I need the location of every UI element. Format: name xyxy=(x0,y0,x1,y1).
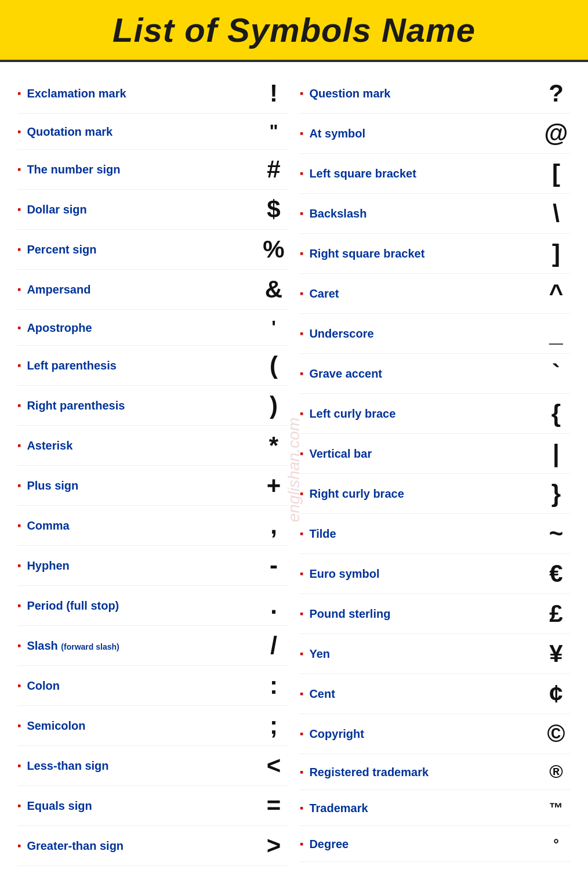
list-item: ▪Plus sign+ xyxy=(17,466,288,506)
bullet-icon: ▪ xyxy=(300,609,303,619)
list-item: ▪Question mark? xyxy=(300,74,571,114)
symbol-character: ¢ xyxy=(542,680,571,708)
symbol-character: ~ xyxy=(542,520,571,548)
symbol-character: £ xyxy=(542,600,571,628)
list-item: ▪Trademark™ xyxy=(300,790,571,826)
symbol-name: Ampersand xyxy=(27,282,259,296)
symbol-character: > xyxy=(259,832,288,860)
symbol-name: Backslash xyxy=(309,207,542,220)
bullet-icon: ▪ xyxy=(17,323,21,333)
bullet-icon: ▪ xyxy=(300,767,303,777)
symbol-name: Left square bracket xyxy=(309,166,542,180)
list-item: ▪Vertical bar| xyxy=(300,434,571,474)
symbol-name: Apostrophe xyxy=(27,321,259,335)
symbol-character: © xyxy=(542,720,571,748)
list-item: ▪Right curly brace} xyxy=(300,474,571,514)
list-item: ▪Degree° xyxy=(300,826,571,862)
bullet-icon: ▪ xyxy=(17,640,21,651)
list-item: ▪Percent sign% xyxy=(17,230,288,270)
bullet-icon: ▪ xyxy=(300,248,303,259)
bullet-icon: ▪ xyxy=(17,440,21,451)
symbol-character: € xyxy=(542,560,571,588)
list-item: ▪Registered trademark® xyxy=(300,754,571,790)
symbol-name: Degree xyxy=(309,837,542,851)
list-item: ▪Slash (forward slash)/ xyxy=(17,626,288,666)
symbol-character: @ xyxy=(542,119,571,147)
symbol-name: Right curly brace xyxy=(309,487,542,501)
symbol-character: & xyxy=(259,276,288,303)
list-item: ▪Yen¥ xyxy=(300,634,571,674)
list-item: ▪Apostrophe' xyxy=(17,310,288,346)
list-item: ▪Grave accent` xyxy=(300,354,571,394)
symbol-character: < xyxy=(259,752,288,780)
bullet-icon: ▪ xyxy=(300,368,303,379)
symbol-name: Semicolon xyxy=(27,719,259,733)
right-column: ▪Question mark?▪At symbol@▪Left square b… xyxy=(300,74,571,866)
symbols-grid: ▪Exclamation mark!▪Quotation mark"▪The n… xyxy=(17,74,571,866)
symbol-name: Grave accent xyxy=(309,367,542,381)
symbol-character: % xyxy=(259,236,288,263)
symbol-name: Right parenthesis xyxy=(27,399,259,412)
symbol-character: | xyxy=(542,440,571,468)
list-item: ▪Euro symbol€ xyxy=(300,554,571,594)
symbol-name: The number sign xyxy=(27,162,259,176)
symbol-name: Less-than sign xyxy=(27,759,259,773)
symbol-name: Registered trademark xyxy=(309,765,542,779)
symbol-name: Exclamation mark xyxy=(27,86,259,100)
symbol-character: . xyxy=(259,592,288,620)
bullet-icon: ▪ xyxy=(17,164,21,175)
bullet-icon: ▪ xyxy=(300,839,303,849)
bullet-icon: ▪ xyxy=(300,448,303,459)
list-item: ▪Quotation mark" xyxy=(17,114,288,150)
bullet-icon: ▪ xyxy=(17,204,21,215)
symbol-character: ° xyxy=(542,836,571,852)
list-item: ▪Cent¢ xyxy=(300,674,571,714)
bullet-icon: ▪ xyxy=(17,360,21,371)
symbol-character: ` xyxy=(542,360,571,387)
bullet-icon: ▪ xyxy=(300,328,303,339)
symbol-character: [ xyxy=(542,160,571,187)
bullet-icon: ▪ xyxy=(17,520,21,531)
bullet-icon: ▪ xyxy=(300,568,303,579)
bullet-icon: ▪ xyxy=(17,720,21,731)
symbol-character: = xyxy=(259,792,288,820)
symbol-name: Plus sign xyxy=(27,479,259,492)
bullet-icon: ▪ xyxy=(300,528,303,539)
symbol-character: ™ xyxy=(542,800,571,816)
symbol-character: " xyxy=(259,121,288,142)
symbol-name: Dollar sign xyxy=(27,202,259,216)
bullet-icon: ▪ xyxy=(17,480,21,491)
symbol-character: ) xyxy=(259,392,288,419)
list-item: ▪Right parenthesis) xyxy=(17,386,288,426)
symbol-name: Percent sign xyxy=(27,242,259,256)
bullet-icon: ▪ xyxy=(300,128,303,139)
list-item: ▪Ampersand& xyxy=(17,270,288,310)
symbol-character: ® xyxy=(542,761,571,783)
symbol-name: Yen xyxy=(309,647,542,661)
symbol-character: { xyxy=(542,400,571,428)
symbol-name: Copyright xyxy=(309,727,542,741)
symbol-name: Pound sterling xyxy=(309,607,542,621)
symbol-character: $ xyxy=(259,195,288,223)
bullet-icon: ▪ xyxy=(17,126,21,137)
left-column: ▪Exclamation mark!▪Quotation mark"▪The n… xyxy=(17,74,288,866)
list-item: ▪Greater-than sign> xyxy=(17,826,288,866)
symbol-character: : xyxy=(259,672,288,700)
bullet-icon: ▪ xyxy=(17,284,21,295)
symbol-character: ? xyxy=(542,79,571,107)
symbol-name: Vertical bar xyxy=(309,447,542,461)
list-item: ▪Caret^ xyxy=(300,274,571,314)
symbol-name: Greater-than sign xyxy=(27,839,259,853)
symbol-character: ^ xyxy=(542,280,571,307)
bullet-icon: ▪ xyxy=(300,208,303,219)
symbol-character: / xyxy=(259,632,288,660)
symbol-character: _ xyxy=(542,320,571,347)
bullet-icon: ▪ xyxy=(300,88,303,99)
list-item: ▪Equals sign= xyxy=(17,786,288,826)
bullet-icon: ▪ xyxy=(300,689,303,699)
bullet-icon: ▪ xyxy=(300,729,303,739)
symbol-name: Colon xyxy=(27,679,259,693)
symbol-name: Period (full stop) xyxy=(27,599,259,613)
list-item: ▪Underscore_ xyxy=(300,314,571,354)
page-header: List of Symbols Name xyxy=(0,0,588,62)
